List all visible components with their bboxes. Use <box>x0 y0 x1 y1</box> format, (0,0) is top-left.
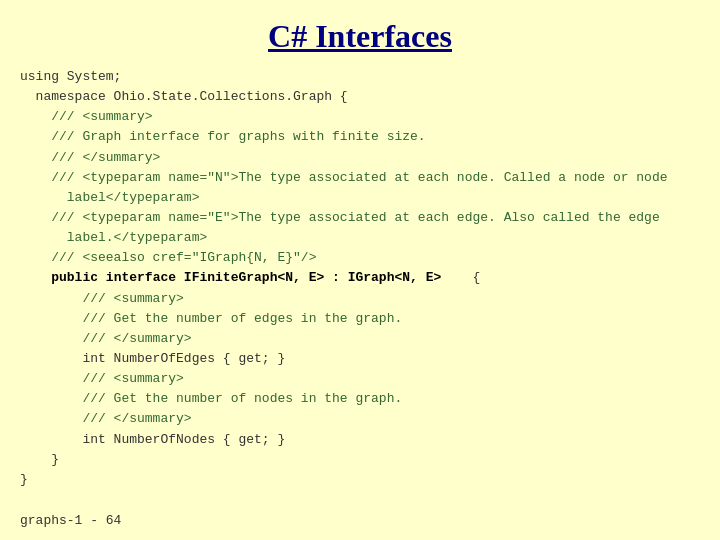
footer-label: graphs-1 - 64 <box>20 513 121 528</box>
code-line-comment: /// Get the number of nodes in the graph… <box>20 389 700 409</box>
code-line-comment: /// </summary> <box>20 148 700 168</box>
code-line: namespace Ohio.State.Collections.Graph { <box>20 87 700 107</box>
code-line-comment: /// <summary> <box>20 369 700 389</box>
code-line-comment: /// <typeparam name="E">The type associa… <box>20 208 700 228</box>
page-title: C# Interfaces <box>0 0 720 67</box>
code-line-comment: /// Graph interface for graphs with fini… <box>20 127 700 147</box>
code-line-comment: label.</typeparam> <box>20 228 700 248</box>
code-line: int NumberOfNodes { get; } <box>20 430 700 450</box>
code-line-comment: label</typeparam> <box>20 188 700 208</box>
code-line-comment: /// <summary> <box>20 107 700 127</box>
code-line: } <box>20 450 700 470</box>
code-line: int NumberOfEdges { get; } <box>20 349 700 369</box>
code-line-comment: /// Get the number of edges in the graph… <box>20 309 700 329</box>
code-line: using System; <box>20 67 700 87</box>
code-line-comment: /// <summary> <box>20 289 700 309</box>
code-line-comment: /// </summary> <box>20 409 700 429</box>
code-area: using System; namespace Ohio.State.Colle… <box>0 67 720 490</box>
code-line-interface: public interface IFiniteGraph<N, E> : IG… <box>20 268 700 288</box>
code-line-comment: /// <seealso cref="IGraph{N, E}"/> <box>20 248 700 268</box>
code-line-comment: /// <typeparam name="N">The type associa… <box>20 168 700 188</box>
code-line: } <box>20 470 700 490</box>
code-line-comment: /// </summary> <box>20 329 700 349</box>
